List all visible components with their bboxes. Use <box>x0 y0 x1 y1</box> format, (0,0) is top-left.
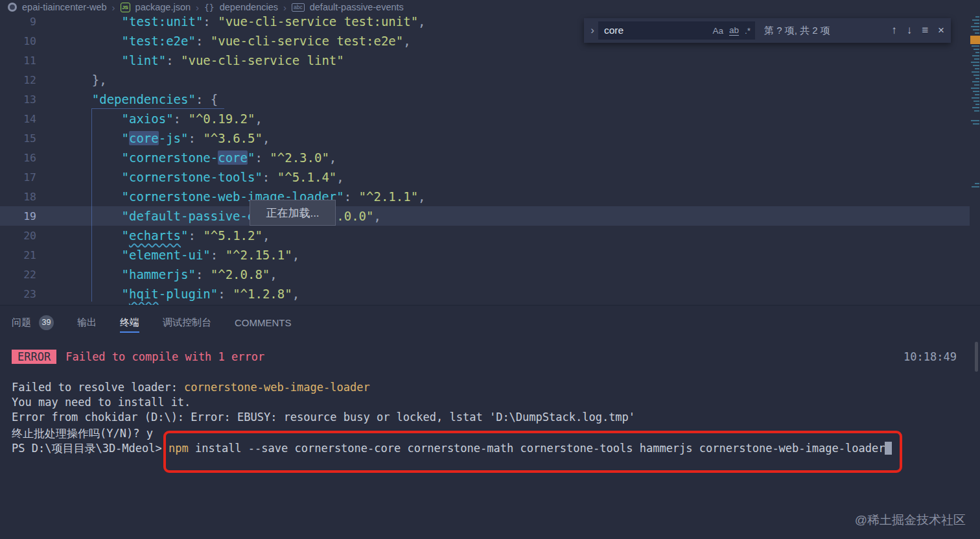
tab-label: COMMENTS <box>235 317 292 328</box>
minimap-line <box>972 107 979 108</box>
code-line[interactable]: 16 "cornerstone-core": "^2.3.0", <box>0 148 970 167</box>
panel-tabs: 问题 39 输出 终端 调试控制台 COMMENTS <box>12 311 292 334</box>
error-timestamp: 10:18:49 <box>904 350 957 363</box>
minimap-line <box>975 16 979 18</box>
string-symbol-icon: abc <box>292 3 305 12</box>
previous-match-icon[interactable]: ↑ <box>891 24 897 37</box>
minimap-line <box>972 71 979 73</box>
object-symbol-icon: {} <box>204 3 215 12</box>
minimap-line <box>975 78 979 79</box>
breadcrumb-symbol[interactable]: dependencies <box>220 2 278 12</box>
code-line[interactable]: 14 "axios": "^0.19.2", <box>0 109 970 128</box>
json-file-icon: JS <box>121 3 130 12</box>
line-number[interactable]: 17 <box>0 171 36 184</box>
chevron-right-icon: › <box>112 2 115 13</box>
tab-label: 输出 <box>77 317 97 329</box>
line-number[interactable]: 19 <box>0 210 36 222</box>
toggle-replace-icon[interactable]: › <box>587 24 598 37</box>
code-line[interactable]: 23 "hqit-plugin": "^1.2.8", <box>0 284 970 304</box>
minimap-line <box>971 62 979 63</box>
code-text: "lint": "vue-cli-service lint" <box>62 51 344 70</box>
line-number[interactable]: 21 <box>0 249 36 261</box>
line-number[interactable]: 18 <box>0 191 36 203</box>
line-number[interactable]: 11 <box>0 54 36 67</box>
code-text: "hammerjs": "^2.0.8", <box>62 265 277 284</box>
line-number[interactable]: 10 <box>0 35 36 47</box>
breadcrumb-file[interactable]: package.json <box>135 2 191 12</box>
panel-scrollbar[interactable] <box>975 342 978 372</box>
line-number[interactable]: 14 <box>0 113 36 125</box>
terminal-line: PS D:\项目目录\3D-Mdeol> npm install --save … <box>12 441 892 456</box>
bottom-panel: 问题 39 输出 终端 调试控制台 COMMENTS ERROR Failed … <box>0 305 980 539</box>
tab-debug-console[interactable]: 调试控制台 <box>163 311 211 334</box>
find-input[interactable] <box>603 24 706 37</box>
code-line[interactable]: 15 "core-js": "^3.6.5", <box>0 128 970 148</box>
terminal-output[interactable]: Failed to resolve loader: cornerstone-we… <box>12 381 892 456</box>
minimap-line <box>973 29 979 30</box>
code-line[interactable]: 21 "element-ui": "^2.15.1", <box>0 245 970 265</box>
find-in-selection-icon[interactable]: ≡ <box>922 24 928 37</box>
editor-code-area[interactable]: 9 "test:unit": "vue-cli-service test:uni… <box>0 12 970 304</box>
regex-icon[interactable]: .* <box>745 26 751 36</box>
chevron-right-icon: › <box>283 2 286 13</box>
minimap-line <box>974 84 979 86</box>
code-line[interactable]: 13 "dependencies": { <box>0 90 970 109</box>
whole-word-icon[interactable]: ab <box>729 25 739 36</box>
breadcrumb-project[interactable]: epai-tiaincenter-web <box>22 2 107 12</box>
line-number[interactable]: 13 <box>0 93 36 106</box>
code-line[interactable]: 11 "lint": "vue-cli-service lint" <box>0 51 970 70</box>
minimap-search-marker <box>970 36 980 44</box>
line-number[interactable]: 16 <box>0 152 36 164</box>
minimap-line <box>973 65 979 66</box>
minimap-line <box>972 81 979 82</box>
minimap-line <box>974 75 979 76</box>
find-input-box[interactable]: Aa ab .* <box>598 21 755 40</box>
indent-guide-vertical <box>91 109 92 302</box>
minimap-line <box>975 183 979 184</box>
chevron-right-icon: › <box>196 2 199 13</box>
minimap[interactable] <box>970 13 980 305</box>
code-line[interactable]: 19 "default-passive-events": "^2.0.0", <box>0 206 970 226</box>
code-line[interactable]: 12 }, <box>0 70 970 90</box>
minimap-line <box>974 110 979 112</box>
code-line[interactable]: 20 "echarts": "^5.1.2", <box>0 226 970 245</box>
match-case-icon[interactable]: Aa <box>712 26 723 36</box>
minimap-line <box>974 49 979 50</box>
code-line[interactable]: 22 "hammerjs": "^2.0.8", <box>0 265 970 284</box>
loading-tooltip: 正在加载... <box>250 200 336 226</box>
minimap-line <box>975 52 979 53</box>
minimap-line <box>974 23 979 24</box>
match-count: 第 ? 项, 共 2 项 <box>764 25 830 37</box>
code-text: "cornerstone-core": "^2.3.0", <box>62 148 336 167</box>
breadcrumb-property[interactable]: default-passive-events <box>310 2 404 12</box>
code-text: "test:e2e": "vue-cli-service test:e2e", <box>62 31 411 51</box>
terminal-line: Failed to resolve loader: cornerstone-we… <box>12 381 892 396</box>
code-text: "dependencies": { <box>62 90 218 109</box>
tab-problems[interactable]: 问题 39 <box>12 311 54 334</box>
minimap-line <box>972 97 979 99</box>
minimap-line <box>975 68 979 69</box>
minimap-line <box>972 19 979 21</box>
line-number[interactable]: 20 <box>0 230 36 242</box>
line-number[interactable]: 15 <box>0 132 36 145</box>
close-icon[interactable]: × <box>938 24 944 37</box>
code-text: "hqit-plugin": "^1.2.8", <box>62 284 299 304</box>
code-text: "axios": "^0.19.2", <box>62 109 262 128</box>
watermark: @稀土掘金技术社区 <box>855 512 966 529</box>
code-text: "test:unit": "vue-cli-service test:unit"… <box>62 12 426 31</box>
indent-guide-horizontal <box>91 108 224 109</box>
line-number[interactable]: 12 <box>0 74 36 86</box>
line-number[interactable]: 22 <box>0 269 36 281</box>
tab-terminal[interactable]: 终端 <box>120 311 139 334</box>
minimap-line <box>971 120 979 121</box>
line-number[interactable]: 23 <box>0 288 36 300</box>
problems-count-badge: 39 <box>39 315 54 330</box>
code-line[interactable]: 18 "cornerstone-web-image-loader": "^2.1… <box>0 187 970 206</box>
minimap-line <box>974 58 979 60</box>
line-number[interactable]: 9 <box>0 16 36 28</box>
next-match-icon[interactable]: ↓ <box>907 24 913 37</box>
minimap-line <box>973 91 979 92</box>
tab-output[interactable]: 输出 <box>77 311 97 334</box>
tab-comments[interactable]: COMMENTS <box>235 311 292 334</box>
code-line[interactable]: 17 "cornerstone-tools": "^5.1.4", <box>0 167 970 187</box>
